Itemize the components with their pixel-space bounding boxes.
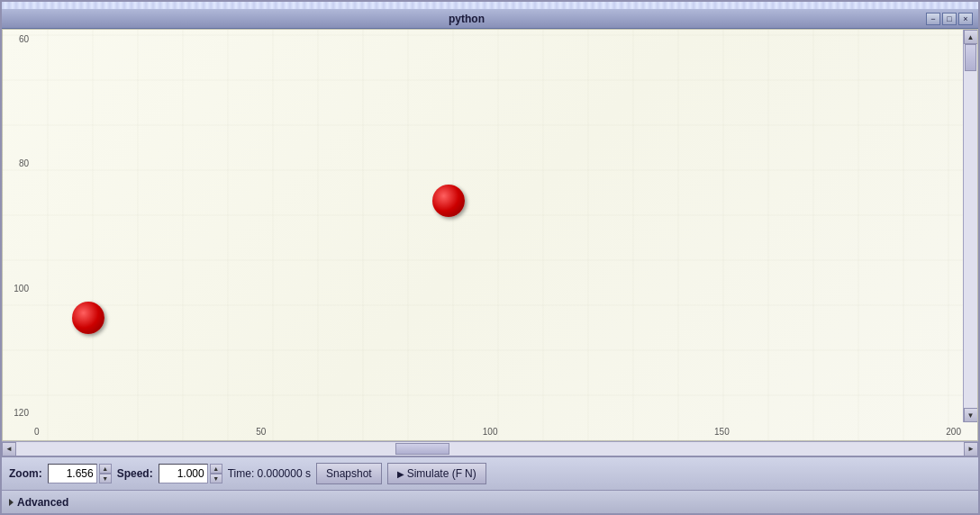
close-button[interactable]: × — [958, 13, 973, 25]
speed-up-button[interactable]: ▲ — [210, 464, 222, 474]
scroll-track-vertical[interactable] — [964, 44, 977, 408]
vertical-scrollbar: ▲ ▼ — [963, 30, 977, 422]
scroll-track-horizontal[interactable] — [16, 442, 964, 456]
main-content: 60 80 100 120 0 50 100 150 200 ▲ — [2, 29, 978, 513]
advanced-toggle[interactable]: Advanced — [9, 496, 68, 509]
triangle-icon — [9, 499, 14, 506]
y-label-120: 120 — [5, 408, 32, 418]
decorative-top-border — [2, 2, 978, 9]
play-icon: ▶ — [397, 469, 404, 479]
simulate-button[interactable]: ▶ Simulate (FN) — [387, 463, 486, 484]
y-axis: 60 80 100 120 — [3, 30, 34, 422]
speed-label: Speed: — [117, 467, 153, 480]
scroll-right-button[interactable]: ► — [964, 442, 978, 456]
simulate-suffix: N) — [465, 467, 476, 480]
scroll-thumb-horizontal[interactable] — [395, 443, 449, 455]
main-window: python − □ × 60 80 100 120 — [0, 0, 980, 515]
minimize-button[interactable]: − — [926, 13, 940, 25]
speed-down-button[interactable]: ▼ — [210, 474, 222, 483]
horizontal-scrollbar: ◄ ► — [2, 441, 978, 456]
x-label-100: 100 — [483, 427, 498, 437]
title-bar: python − □ × — [2, 9, 978, 29]
canvas-area: 60 80 100 120 0 50 100 150 200 ▲ — [2, 29, 978, 513]
scroll-thumb-vertical[interactable] — [965, 44, 976, 71]
advanced-bar: Advanced — [2, 490, 978, 513]
speed-input-group: ▲ ▼ — [159, 464, 222, 483]
x-axis: 0 50 100 150 200 — [34, 422, 961, 440]
x-label-150: 150 — [714, 427, 730, 437]
advanced-label: Advanced — [17, 496, 68, 509]
toolbar: Zoom: ▲ ▼ Speed: ▲ ▼ Time: 0.000 — [2, 456, 978, 490]
zoom-label: Zoom: — [9, 467, 42, 480]
speed-input[interactable] — [159, 464, 208, 483]
plot-area[interactable]: 60 80 100 120 0 50 100 150 200 ▲ — [2, 29, 978, 441]
scroll-up-button[interactable]: ▲ — [964, 30, 978, 44]
x-label-0: 0 — [34, 427, 40, 437]
x-label-50: 50 — [256, 427, 266, 437]
zoom-input-group: ▲ ▼ — [48, 464, 112, 483]
window-controls: − □ × — [926, 13, 973, 25]
zoom-spinner-buttons: ▲ ▼ — [99, 464, 112, 483]
maximize-button[interactable]: □ — [942, 13, 957, 25]
scroll-down-button[interactable]: ▼ — [964, 408, 978, 422]
y-label-100: 100 — [5, 284, 32, 294]
y-label-80: 80 — [5, 158, 32, 168]
zoom-input[interactable] — [48, 464, 97, 483]
time-display: Time: 0.000000 s — [228, 467, 311, 480]
zoom-up-button[interactable]: ▲ — [99, 464, 112, 474]
y-label-60: 60 — [5, 34, 32, 44]
scroll-left-button[interactable]: ◄ — [2, 442, 16, 456]
snapshot-button[interactable]: Snapshot — [316, 463, 382, 484]
window-title: python — [449, 13, 485, 25]
simulate-label: Simulate (F — [407, 467, 462, 480]
ball-ball2[interactable] — [72, 302, 104, 334]
speed-spinner-buttons: ▲ ▼ — [210, 464, 222, 483]
zoom-down-button[interactable]: ▼ — [99, 474, 112, 483]
x-label-200: 200 — [946, 427, 961, 437]
ball-ball1[interactable] — [432, 185, 465, 217]
